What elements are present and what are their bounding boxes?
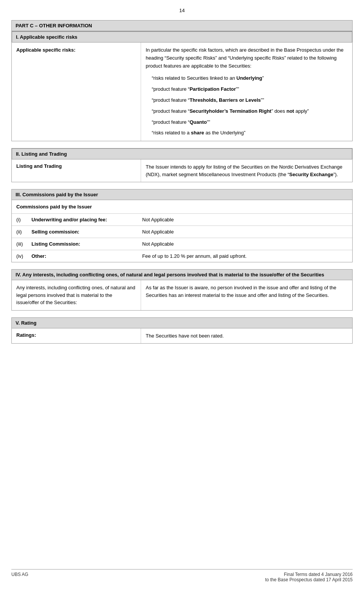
section-iii-container: Commissions paid by the Issuer (i) Under… xyxy=(11,200,353,262)
section-v-body: Ratings: The Securities have not been ra… xyxy=(12,328,352,344)
commission-row-i: (i) Underwriting and/or placing fee: Not… xyxy=(12,214,352,226)
commission-label-ii: (ii) Selling commission: xyxy=(16,229,142,235)
footer-right: Final Terms dated 4 January 2016to the B… xyxy=(265,572,353,582)
section-iv-header-text: IV. Any interests, including conflicting… xyxy=(16,272,324,278)
commission-label-text-iv: Other: xyxy=(31,253,46,259)
section-iv-body: Any interests, including conflicting one… xyxy=(12,280,352,310)
section-iv-right: As far as the Issuer is aware, no person… xyxy=(141,280,352,310)
commission-value-iv: Fee of up to 1.20 % per annum, all paid … xyxy=(142,253,348,259)
commission-value-iii: Not Applicable xyxy=(142,241,348,247)
commission-value-i: Not Applicable xyxy=(142,217,348,222)
commission-label-text-i: Underwriting and/or placing fee: xyxy=(31,217,107,222)
page-footer: UBS AG Final Terms dated 4 January 2016t… xyxy=(11,569,353,582)
commission-label-text-ii: Selling commission: xyxy=(31,229,79,235)
page-wrapper: 14 PART C – OTHER INFORMATION I. Applica… xyxy=(0,0,364,373)
commission-label-iv: (iv) Other: xyxy=(16,253,142,259)
page-number: 14 xyxy=(11,8,353,13)
section-i-container: I. Applicable specific risks Applicable … xyxy=(11,31,353,141)
bullet-termination: “product feature “Securityholder’s Termi… xyxy=(152,107,348,115)
section-v-container: V. Rating Ratings: The Securities have n… xyxy=(11,317,353,344)
section-v-right: The Securities have not been rated. xyxy=(141,328,352,344)
bullet-underlying: “risks related to Securities linked to a… xyxy=(152,74,348,82)
commission-label-text-iii: Listing Commission: xyxy=(31,241,80,247)
section-iii-header: III. Commissions paid by the Issuer xyxy=(11,189,353,200)
roman-iii: (iii) xyxy=(16,241,28,247)
section-v-header: V. Rating xyxy=(12,318,352,328)
section-i-right: In particular the specific risk factors,… xyxy=(141,43,352,141)
footer-left: UBS AG xyxy=(11,572,28,582)
commission-row-iv: (iv) Other: Fee of up to 1.20 % per annu… xyxy=(12,250,352,262)
bullet-share: “risks related to a share as the Underly… xyxy=(152,129,348,137)
bullet-participation: “product feature “Participation Factor”” xyxy=(152,85,348,93)
roman-i: (i) xyxy=(16,217,28,222)
commission-label-iii: (iii) Listing Commission: xyxy=(16,241,142,247)
section-ii-body: Listing and Trading The Issuer intends t… xyxy=(12,159,352,182)
commission-row-ii: (ii) Selling commission: Not Applicable xyxy=(12,226,352,238)
section-i-body: Applicable specific risks: In particular… xyxy=(12,43,352,141)
commission-row-iii: (iii) Listing Commission: Not Applicable xyxy=(12,238,352,250)
bullet-quanto: “product feature “Quanto”” xyxy=(152,118,348,126)
section-i-header: I. Applicable specific risks xyxy=(12,32,352,43)
section-i-left: Applicable specific risks: xyxy=(12,43,141,141)
commission-label-i: (i) Underwriting and/or placing fee: xyxy=(16,217,142,222)
roman-ii: (ii) xyxy=(16,229,28,235)
commission-value-ii: Not Applicable xyxy=(142,229,348,235)
bullet-thresholds: “product feature “Thresholds, Barriers o… xyxy=(152,96,348,104)
part-c-header: PART C – OTHER INFORMATION xyxy=(11,20,353,31)
section-ii-left: Listing and Trading xyxy=(12,159,141,182)
section-ii-right: The Issuer intends to apply for listing … xyxy=(141,159,352,182)
section-ii-container: II. Listing and Trading Listing and Trad… xyxy=(11,148,353,182)
section-ii-header: II. Listing and Trading xyxy=(12,148,352,159)
section-iv-header: IV. Any interests, including conflicting… xyxy=(12,270,352,280)
section-iv-container: IV. Any interests, including conflicting… xyxy=(11,269,353,311)
section-v-left: Ratings: xyxy=(12,328,141,344)
roman-iv: (iv) xyxy=(16,253,28,259)
commissions-subheader: Commissions paid by the Issuer xyxy=(12,200,352,214)
section-i-intro: In particular the specific risk factors,… xyxy=(146,46,348,70)
section-iv-left: Any interests, including conflicting one… xyxy=(12,280,141,310)
